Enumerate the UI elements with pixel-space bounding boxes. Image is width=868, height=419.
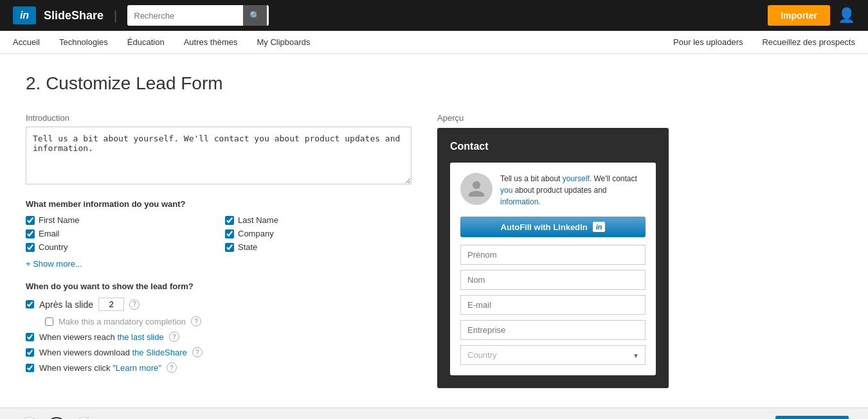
slide-number-input[interactable] [98,298,124,311]
apercu-label: Aperçu [437,113,669,123]
mandatory-row: Make this a mandatory completion ? [45,316,411,326]
field-company-label: Company [238,229,274,238]
checkbox-state[interactable] [225,243,234,252]
checkbox-lastname[interactable] [225,216,234,225]
field-lastname[interactable]: Last Name [225,215,411,225]
brand-name: SlideShare [44,9,104,22]
field-company[interactable]: Company [225,229,411,238]
mandatory-label: Make this a mandatory completion [59,317,186,326]
linkedin-logo[interactable]: in [13,6,36,24]
viewer-checkbox-0[interactable] [26,333,34,341]
checkbox-country[interactable] [26,243,35,252]
nav-technologies[interactable]: Technologies [59,31,108,53]
nav-prospects[interactable]: Recueillez des prospects [762,31,855,53]
viewer-help-icon-1[interactable]: ? [192,347,203,357]
preview-panel: Contact Tell us a bit about yourself. We… [437,128,669,388]
mandatory-checkbox[interactable] [45,317,53,326]
show-more-link[interactable]: + Show more... [26,259,82,269]
field-firstname[interactable]: First Name [26,215,212,225]
field-country-label: Country [39,242,68,252]
slide-help-icon[interactable]: ? [129,299,140,310]
preview-contact-title: Contact [450,141,656,152]
main-content: 2. Customize Lead Form Introduction Tell… [0,54,868,407]
nav-education[interactable]: Éducation [127,31,165,53]
nav-autres[interactable]: Autres thèmes [184,31,238,53]
country-select-wrapper: Country [460,345,646,365]
top-bar: in SlideShare | 🔍 Importer 👤 [0,0,868,31]
field-firstname-label: First Name [39,215,80,225]
viewer-row-2: When viewers click "Learn more" ? [26,362,411,373]
secondary-nav: Accueil Technologies Éducation Autres th… [0,31,868,54]
checkbox-firstname[interactable] [26,216,35,225]
viewer-label-0: When viewers reach the last slide [39,332,164,342]
slide-row: Après la slide ? [26,298,411,311]
viewer-label-1: When viewers download the SlideShare [39,348,187,357]
search-bar: 🔍 [127,5,269,26]
intro-label: Introduction [26,113,411,123]
nav-accueil[interactable]: Accueil [13,31,40,53]
user-icon[interactable]: 👤 [838,7,855,24]
autofill-label: AutoFill with LinkedIn [501,222,588,232]
avatar [460,173,493,205]
member-info-question: What member information do you want? [26,199,411,209]
when-question: When do you want to show the lead form? [26,281,411,291]
nav-uploaders[interactable]: Pour les uploaders [673,31,743,53]
nav-clipboards[interactable]: My Clipboards [257,31,310,53]
slide-label: Après la slide [39,299,93,310]
viewer-label-2: When viewers click "Learn more" [39,363,161,373]
field-state[interactable]: State [225,242,411,252]
viewer-row-1: When viewers download the SlideShare ? [26,347,411,357]
page-title: 2. Customize Lead Form [26,73,842,94]
left-column: Introduction Tell us a bit about yoursel… [26,113,411,388]
autofill-button[interactable]: AutoFill with LinkedIn in [460,217,646,237]
contact-desc: Tell us a bit about yourself. We'll cont… [500,173,646,208]
import-button[interactable]: Importer [768,5,830,26]
mandatory-help-icon[interactable]: ? [191,316,201,326]
country-select[interactable]: Country [460,345,646,365]
nav-divider: | [114,8,117,23]
field-email-label: Email [39,229,60,238]
preview-prenom[interactable] [460,245,646,265]
fields-grid: First Name Last Name Email Company Count… [26,215,411,252]
linkedin-mini-logo: in [593,222,606,232]
viewer-checkbox-1[interactable] [26,348,34,357]
slide-checkbox[interactable] [26,300,34,308]
continue-button[interactable]: Continuer [775,416,849,419]
checkbox-company[interactable] [225,229,234,238]
viewer-help-icon-0[interactable]: ? [169,332,179,342]
preview-entreprise[interactable] [460,320,646,340]
field-email[interactable]: Email [26,229,212,238]
field-country[interactable]: Country [26,242,212,252]
viewer-help-icon-2[interactable]: ? [167,362,177,373]
field-state-label: State [238,242,257,252]
viewer-row-0: When viewers reach the last slide ? [26,332,411,342]
search-button[interactable]: 🔍 [243,5,267,26]
contact-card: Tell us a bit about yourself. We'll cont… [450,163,656,375]
field-lastname-label: Last Name [238,215,278,225]
right-column: Aperçu Contact Tell us a bit about yours… [437,113,669,388]
bottom-bar: 1 2 3 Back Continuer [0,407,868,419]
preview-email[interactable] [460,295,646,315]
search-input[interactable] [127,7,243,24]
intro-textarea[interactable]: Tell us a bit about yourself. We'll cont… [26,127,411,184]
checkbox-email[interactable] [26,229,35,238]
contact-top: Tell us a bit about yourself. We'll cont… [460,173,646,208]
search-icon: 🔍 [249,11,260,21]
preview-nom[interactable] [460,270,646,290]
viewer-checkbox-2[interactable] [26,364,34,372]
